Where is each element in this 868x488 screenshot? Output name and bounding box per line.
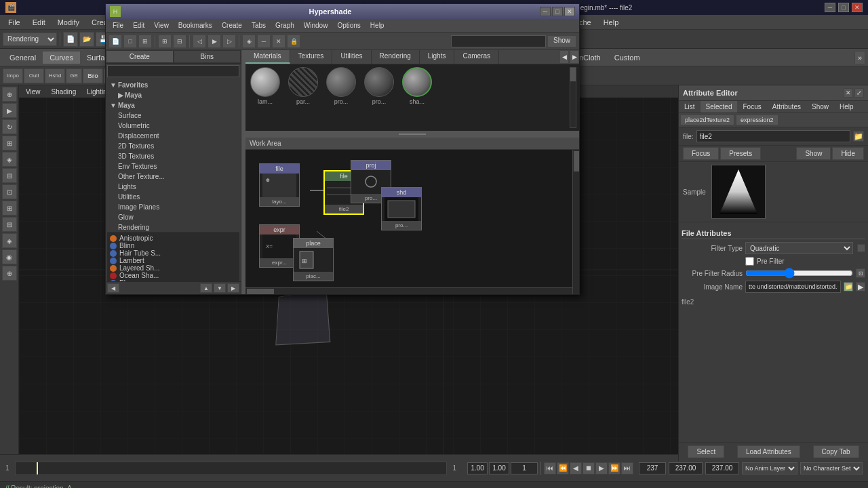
menu-modify[interactable]: Modify [52,17,85,28]
pb-play-back[interactable]: ◀ [570,462,582,474]
hs-menu-tabs[interactable]: Tabs [248,21,270,30]
frame-time2[interactable] [669,462,703,474]
hs-tb-grid1[interactable]: ⊞ [158,35,172,48]
hs-tab-prev[interactable]: ◀ [559,50,569,64]
ae-select-btn[interactable]: Select [688,445,724,458]
tb-open[interactable]: 📂 [79,32,94,47]
tool-misc4[interactable]: ⊟ [2,217,17,232]
hs-work-scrollbar-v[interactable] [572,150,579,294]
ae-file-input[interactable] [696,130,850,142]
ae-prefilter-checkbox[interactable] [745,257,754,266]
hs-tab-cameras[interactable]: Cameras [454,50,499,64]
ae-load-btn[interactable]: Load Attributes [737,445,800,458]
hs-title-bar[interactable]: H Hypershade ─ □ ✕ [106,4,579,19]
mode-select[interactable]: Rendering [3,33,57,46]
frame-time3[interactable] [705,462,739,474]
vp-view[interactable]: View [22,88,45,96]
tool-misc6[interactable]: ◉ [2,249,17,264]
minimize-button[interactable]: ─ [825,3,835,12]
hs-menu-view[interactable]: View [150,21,173,30]
ae-tab-show[interactable]: Show [806,101,834,113]
frame-time[interactable] [639,462,666,474]
close-button[interactable]: ✕ [852,3,863,12]
tabs-overflow[interactable]: » [854,51,865,64]
hs-tab-rendering[interactable]: Rendering [372,50,420,64]
hs-tab-next[interactable]: ▶ [570,50,579,64]
tool-misc5[interactable]: ◈ [2,233,17,248]
hs-maximize[interactable]: □ [552,7,563,16]
hs-mat-particle[interactable]: par... [286,67,320,105]
ae-node-expression[interactable]: expression2 [736,115,778,125]
hs-mat-lambert[interactable]: lam... [248,67,282,105]
maximize-button[interactable]: □ [838,3,849,12]
tab-curves[interactable]: Curves [43,52,80,64]
hs-menu-edit[interactable]: Edit [129,21,149,30]
hs-minimize[interactable]: ─ [540,7,551,16]
ae-radius-icon[interactable]: ⊡ [856,268,865,278]
current-frame[interactable] [511,462,538,474]
ae-tab-selected[interactable]: Selected [701,101,738,113]
hs-item-2dtex[interactable]: 2D Textures [115,141,239,151]
ae-prefilter-check[interactable]: Pre Filter [745,257,785,266]
hs-work-scroll-thumb-v[interactable] [574,151,579,171]
hs-scroll-down[interactable]: ▼ [214,283,226,293]
pb-goto-end[interactable]: ⏭ [621,462,633,474]
hs-menu-options[interactable]: Options [333,21,364,30]
timeline-track[interactable] [15,462,448,475]
hs-show-btn[interactable]: Show [547,35,576,47]
hs-node-4[interactable]: shd pro... [381,187,422,230]
ae-presets-btn[interactable]: Presets [720,147,761,160]
vp-shading[interactable]: Shading [47,88,81,96]
hs-menu-window[interactable]: Window [300,21,332,30]
ae-show-btn[interactable]: Show [796,147,831,160]
hs-tab-materials[interactable]: Materials [245,50,290,64]
tab-general[interactable]: General [3,52,43,64]
hs-tree-maya-favorites[interactable]: ▶ Maya [115,90,239,100]
ae-tab-attributes[interactable]: Attributes [767,101,806,113]
hs-tab-textures[interactable]: Textures [290,50,333,64]
hs-item-rendering[interactable]: Rendering [115,222,239,232]
hs-mat-proj2[interactable]: pro... [362,67,396,105]
hs-sidebar-search-input[interactable] [107,65,239,77]
ae-imagename-input[interactable] [745,281,841,293]
tool-scale[interactable]: ⊞ [2,136,17,150]
tool-arrow[interactable]: ▶ [2,103,17,118]
hs-tab-lights[interactable]: Lights [420,50,455,64]
hs-node-1[interactable]: file ⊕ layo... [259,163,300,207]
hs-shader-layered[interactable]: Layered Sh... [110,264,237,272]
hs-work-scrollbar-h[interactable] [245,287,572,294]
hs-tb-1[interactable]: 📄 [108,35,122,48]
itb-hshd[interactable]: Hshd [45,68,65,83]
timeline-speed1[interactable] [467,462,488,474]
tool-misc3[interactable]: ⊞ [2,201,17,216]
hs-tb-minus[interactable]: ─ [257,35,271,48]
hs-menu-graph[interactable]: Graph [271,21,298,30]
pb-step-back[interactable]: ⏪ [557,462,569,474]
ae-tab-help[interactable]: Help [834,101,859,113]
ae-copytab-btn[interactable]: Copy Tab [813,445,859,458]
pb-stop[interactable]: ⏹ [583,462,595,474]
hs-shader-blinn[interactable]: Blinn [110,242,237,249]
ae-radius-slider[interactable] [745,269,853,277]
tab-custom[interactable]: Custom [608,52,647,64]
hs-scroll-left[interactable]: ◀ [107,283,119,293]
ae-imagename-folder[interactable]: 📁 [844,282,853,291]
hs-work-scroll-thumb-h[interactable] [247,289,274,294]
hs-stab-bins[interactable]: Bins [174,50,241,63]
hs-scroll-up[interactable]: ▲ [200,283,212,293]
hs-stab-create[interactable]: Create [106,50,174,63]
hs-node-6[interactable]: place ⊞ plac... [293,238,334,281]
hs-menu-file[interactable]: File [108,21,127,30]
itb-ge[interactable]: GE [66,68,82,83]
hs-close[interactable]: ✕ [564,7,575,16]
hs-menu-bookmarks[interactable]: Bookmarks [174,21,216,30]
itb-outl[interactable]: Outl [24,68,44,83]
tool-show[interactable]: ◈ [2,152,17,167]
hs-item-glow[interactable]: Glow [115,212,239,222]
hs-item-othertex[interactable]: Other Texture... [115,171,239,182]
hs-menu-help[interactable]: Help [366,21,389,30]
anim-layer-select[interactable]: No Anim Layer [742,462,797,474]
itb-bro[interactable]: Bro [83,68,103,83]
hs-tb-close[interactable]: ✕ [272,35,285,48]
ae-file-icon[interactable]: 📁 [853,131,864,142]
